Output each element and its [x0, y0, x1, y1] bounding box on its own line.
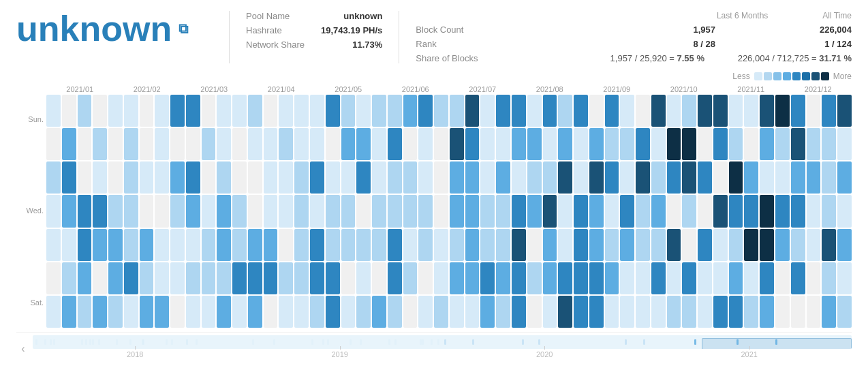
heatmap-cell [140, 262, 154, 294]
heatmap-cell [744, 296, 758, 328]
heatmap-cell [558, 229, 572, 261]
heatmap-cell [248, 229, 262, 261]
heatmap-cell [729, 161, 743, 194]
heatmap-cell [512, 95, 526, 127]
heatmap-cell [775, 95, 790, 127]
heatmap-week [667, 95, 681, 328]
heatmap-cell [667, 296, 681, 328]
heatmap-cell [574, 296, 588, 328]
heatmap-cell [372, 161, 386, 194]
heatmap-cell [62, 195, 76, 227]
heatmap-cell [636, 229, 650, 261]
heatmap-cell [186, 229, 200, 261]
heatmap-cell [636, 128, 650, 160]
heatmap-cell [341, 262, 356, 294]
heatmap-cell [822, 262, 836, 294]
heatmap-cell [543, 95, 557, 127]
heatmap-week [775, 95, 790, 328]
heatmap-cell [450, 195, 464, 227]
heatmap-cell [341, 161, 356, 194]
heatmap-cell [434, 95, 448, 127]
legend-more-label: More [833, 72, 852, 81]
heatmap-week [294, 95, 309, 328]
heatmap-cell [124, 128, 138, 160]
heatmap-cell [760, 128, 774, 160]
heatmap-cell [527, 195, 542, 227]
heatmap-cell [310, 128, 324, 160]
heatmap-cell [264, 195, 278, 227]
heatmap-cell [682, 296, 696, 328]
heatmap-cell [822, 161, 836, 194]
heatmap-cell [108, 296, 123, 328]
external-link-icon[interactable]: ⧉ [179, 22, 188, 35]
heatmap-cell [170, 262, 185, 294]
heatmap-cell [372, 195, 386, 227]
heatmap-cell [450, 229, 464, 261]
heatmap-week [713, 95, 728, 328]
heatmap-cell [248, 262, 262, 294]
heatmap-cell [310, 161, 324, 194]
heatmap-cell [46, 229, 61, 261]
heatmap-cell [264, 296, 278, 328]
heatmap-cell [434, 296, 448, 328]
heatmap-cell [372, 95, 386, 127]
pool-name-stat-value: unknown [321, 11, 382, 21]
heatmap-cell [620, 161, 634, 194]
heatmap-week [512, 95, 526, 328]
heatmap-cell [341, 229, 356, 261]
legend-color-6 [802, 72, 810, 80]
heatmap-cell [807, 195, 821, 227]
heatmap-cell [279, 95, 293, 127]
heatmap-week [155, 95, 169, 328]
heatmap-cell [93, 229, 107, 261]
heatmap-cell [744, 161, 758, 194]
heatmap-cell [62, 262, 76, 294]
heatmap-cell [294, 161, 309, 194]
heatmap-cell [574, 95, 588, 127]
heatmap-cell [186, 195, 200, 227]
heatmap-week [170, 95, 185, 328]
heatmap-cell [760, 262, 774, 294]
heatmap-cell [78, 229, 92, 261]
heatmap-cell [62, 95, 76, 127]
heatmap-cell [248, 296, 262, 328]
heatmap-cell [605, 296, 619, 328]
heatmap-cell [202, 296, 216, 328]
heatmap-cell [279, 229, 293, 261]
heatmap-cell [450, 161, 464, 194]
heatmap-cell [713, 161, 728, 194]
heatmap-cell [170, 161, 185, 194]
heatmap-week [140, 95, 154, 328]
heatmap-cell [589, 128, 604, 160]
heatmap-week [356, 95, 371, 328]
heatmap-cell [217, 229, 231, 261]
heatmap-cell [202, 95, 216, 127]
right-stats: Last 6 Months All Time Block Count 1,957… [416, 11, 852, 63]
heatmap-cell [341, 128, 356, 160]
heatmap-cell [62, 161, 76, 194]
last-6-months-header: Last 6 Months [717, 11, 768, 20]
heatmap-cell [403, 296, 418, 328]
month-labels: 2021/012021/022021/032021/042021/052021/… [46, 85, 852, 93]
heatmap-cell [620, 95, 634, 127]
heatmap-cell [93, 95, 107, 127]
heatmap-cell [232, 296, 247, 328]
nav-arrow-left[interactable]: ‹ [16, 335, 30, 363]
heatmap-cell [651, 262, 666, 294]
heatmap-week [434, 95, 448, 328]
heatmap-week [744, 95, 758, 328]
heatmap-cell [807, 229, 821, 261]
heatmap-cell [124, 262, 138, 294]
heatmap-cell [512, 262, 526, 294]
heatmap-cell [279, 262, 293, 294]
share-of-blocks-row: Share of Blocks 1,957 / 25,920 = 7.55 % … [416, 53, 852, 63]
timeline-year-label: 2019 [332, 350, 348, 358]
heatmap-cell [155, 296, 169, 328]
heatmap-cell [480, 229, 495, 261]
heatmap-cell [232, 262, 247, 294]
heatmap-cell [140, 229, 154, 261]
heatmap-cell [496, 161, 510, 194]
day-wed: Wed. [16, 207, 44, 215]
timeline-bar [33, 335, 852, 349]
heatmap-cell [217, 262, 231, 294]
